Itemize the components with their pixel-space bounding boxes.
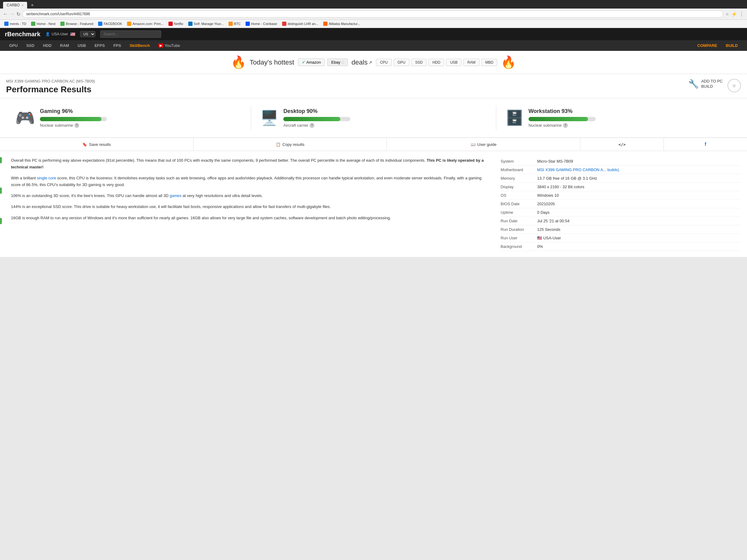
bookmark-facebook[interactable]: FACEBOOK [97,21,123,26]
nav-build[interactable]: BUILD [721,40,742,51]
specs-column: System Micro-Star MS-7B09 Motherboard MS… [500,157,741,251]
workstation-help-icon[interactable]: ? [563,123,568,128]
bookmark-netflix-label: Netflix [174,22,183,26]
spec-uptime: Uptime 0 Days [500,208,741,217]
ebay-btn[interactable]: Ebay □ [327,58,348,66]
user-guide-btn[interactable]: 📖 User guide [387,138,581,151]
results-subtitle: MSI X399 GAMING PRO CARBON AC (MS-7B09) [6,79,741,83]
indicator-3 [0,218,2,224]
amazon-btn[interactable]: ✓ Amazon [298,58,325,66]
nav-usb[interactable]: USB [73,40,90,51]
nav-ssd[interactable]: SSD [22,40,39,51]
cat-ram[interactable]: RAM [463,59,480,66]
embed-btn[interactable]: </> [581,138,664,151]
bookmark-btc[interactable]: BTC [227,21,242,26]
motherboard-link[interactable]: MSI X399 GAMING PRO CARBON A... builds) [537,167,619,172]
nav-skillbench[interactable]: SkillBench [125,40,154,51]
nav-compare[interactable]: COMPARE [693,40,721,51]
cat-usb[interactable]: USB [446,59,462,66]
bookmark-btc-icon [229,22,233,26]
gaming-bar [40,117,101,121]
description-para4: 144% is an exceptional SSD score. This d… [11,204,491,210]
page-title: Performance Results [6,85,741,95]
bookmark-distinguish-label: distinguish LHR an... [288,22,319,26]
active-tab[interactable]: CARBO × [3,2,27,8]
deals-link[interactable]: deals ↗ [352,58,372,66]
facebook-share-btn[interactable]: f [664,138,747,151]
menu-btn[interactable]: ⋮ [739,11,744,17]
desktop-label: Desktop 90% [283,108,350,114]
bookmarks-bar: ments - TD Home - Nest Browse - Featured… [0,20,747,28]
nav-fps[interactable]: FPS [109,40,125,51]
bookmark-distinguish[interactable]: distinguish LHR an... [281,21,320,26]
bookmark-alibaba[interactable]: Alibaba Manufactur... [322,21,361,26]
nav-efps[interactable]: EFPS [90,40,109,51]
bookmark-coinbase[interactable]: Home - Coinbase [244,21,279,26]
description-column: Overall this PC is performing way above … [6,157,500,251]
bookmark-netflix[interactable]: Netflix [167,21,185,26]
single-core-link[interactable]: single core [37,176,56,180]
bookmark-browse-featured[interactable]: Browse - Featured [59,21,95,26]
region-select[interactable]: US UK EU [80,31,95,37]
circle-action-btn[interactable]: ○ [727,79,741,92]
search-input[interactable] [100,30,161,38]
cat-cpu[interactable]: CPU [376,59,391,66]
bookmark-alibaba-icon [323,22,328,26]
extensions-btn[interactable]: ⚡ [731,11,737,17]
gaming-sublabel: Nuclear submarine ? [40,123,107,128]
workstation-bar [529,117,588,121]
bookmark-coinbase-icon [246,22,250,26]
guide-label: User guide [478,142,496,147]
tab-close-btn[interactable]: × [22,3,23,7]
nav-youtube[interactable]: ▶ YouTube [154,40,184,51]
score-section: 🎮 Gaming 96% Nuclear submarine ? 🖥️ Desk… [0,98,747,138]
gaming-help-icon[interactable]: ? [74,123,79,128]
facebook-icon: f [705,141,706,147]
workstation-label: Workstation 93% [529,108,596,114]
youtube-label: YouTube [164,43,180,48]
bookmark-amazon[interactable]: Amazon.com: Prim... [126,21,165,26]
bookmark-browse-label: Browse - Featured [66,22,93,26]
cat-hdd[interactable]: HDD [428,59,444,66]
deals-marketplace: ✓ Amazon Ebay □ [298,58,348,66]
cat-gpu[interactable]: GPU [394,59,409,66]
nav-ram[interactable]: RAM [56,40,73,51]
deals-prefix: Today's hottest [250,58,294,66]
ebay-check-icon: □ [341,60,344,64]
cat-ssd[interactable]: SSD [411,59,427,66]
forward-btn[interactable]: → [10,11,15,17]
desktop-help-icon[interactable]: ? [310,123,314,128]
copy-results-btn[interactable]: 📋 Copy results [194,138,387,151]
nav-hdd[interactable]: HDD [39,40,56,51]
tab-title: CARBO [7,3,20,7]
workstation-info: Workstation 93% Nuclear submarine ? [529,108,596,128]
user-badge: 👤 USA-User 🇺🇸 [45,32,75,36]
workstation-sublabel: Nuclear submarine ? [529,123,596,128]
flame-left-icon: 🔥 [231,55,246,70]
new-tab-btn[interactable]: + [28,2,36,8]
gaming-info: Gaming 96% Nuclear submarine ? [40,108,107,128]
nav-gpu[interactable]: GPU [5,40,22,51]
bookmark-home-nest[interactable]: Home - Nest [30,21,57,26]
guide-icon: 📖 [471,142,475,147]
back-btn[interactable]: ← [3,11,8,17]
save-icon: 🔖 [82,142,87,147]
site-logo[interactable]: rBenchmark [5,31,41,38]
bookmark-browse-icon [60,22,65,26]
bookmark-investments[interactable]: ments - TD [3,21,27,26]
spec-bios: BIOS Date 20210205 [500,200,741,208]
copy-label: Copy results [282,142,304,147]
games-link[interactable]: games [170,193,182,198]
refresh-btn[interactable]: ↻ [17,11,20,17]
bookmark-self[interactable]: Self: Manage Your... [187,21,225,26]
url-bar[interactable]: serbenchmark.com/UserRun/44917696 [22,10,723,18]
spec-os: OS Windows 10 [500,191,741,200]
bookmark-investments-icon [4,22,8,26]
cat-mbd[interactable]: MBD [481,59,497,66]
bookmark-fb-icon [98,22,102,26]
add-to-build-btn[interactable]: 🔧 ADD TO PC BUILD [688,79,723,89]
save-results-btn[interactable]: 🔖 Save results [0,138,194,151]
bookmark-alibaba-label: Alibaba Manufactur... [329,22,360,26]
bookmark-star[interactable]: ★ [725,11,729,17]
desktop-score-card: 🖥️ Desktop 90% Aircraft carrier ? [251,108,496,128]
